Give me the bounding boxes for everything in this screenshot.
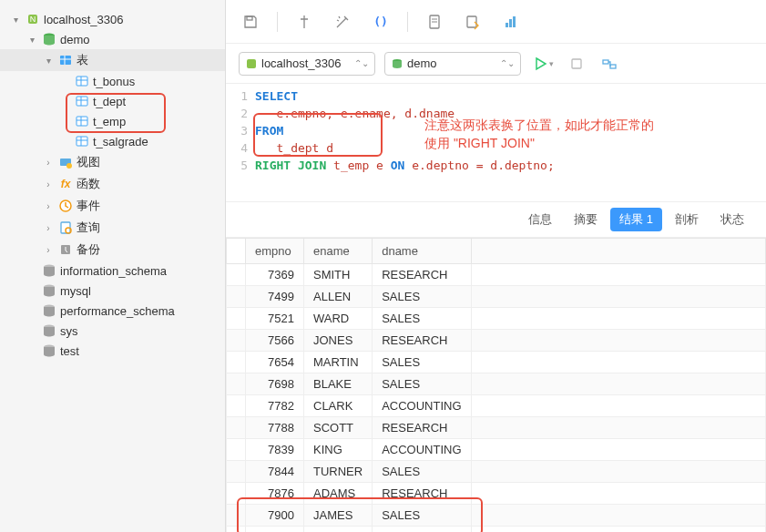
sql-editor[interactable]: 12345 SELECT e.empno, e.ename, d.dname F… <box>226 84 766 202</box>
chevron-right-icon[interactable]: › <box>42 221 55 234</box>
tables-group[interactable]: ▾ 表 <box>0 49 225 71</box>
table-label: t_bonus <box>93 75 135 88</box>
table-row[interactable]: 7654MARTINSALES <box>227 352 766 373</box>
database-node[interactable]: ▸information_schema <box>0 261 225 281</box>
database-icon <box>42 283 56 298</box>
database-node[interactable]: ▸performance_schema <box>0 301 225 321</box>
format-button[interactable] <box>292 10 316 34</box>
document-button[interactable] <box>423 10 446 34</box>
editor-toolbar: () <box>226 0 766 44</box>
result-tab[interactable]: 剖析 <box>666 208 708 231</box>
table-row[interactable]: 7369SMITHRESEARCH <box>227 264 766 286</box>
database-node-demo[interactable]: ▾ demo <box>0 29 225 49</box>
column-header[interactable]: empno <box>246 239 304 264</box>
connection-node[interactable]: ▾ N localhost_3306 <box>0 9 225 29</box>
result-tab[interactable]: 状态 <box>711 208 753 231</box>
table-row[interactable]: 7566JONESRESEARCH <box>227 330 766 352</box>
cell-dname: SALES <box>373 373 471 395</box>
connection-selector[interactable]: localhost_3306 ⌃⌄ <box>239 52 375 76</box>
table-row[interactable]: 7902FORDRESEARCH <box>227 527 766 533</box>
table-node[interactable]: ▸t_emp <box>0 111 225 131</box>
database-node[interactable]: ▸sys <box>0 321 225 341</box>
chevron-down-icon[interactable]: ▾ <box>42 54 55 66</box>
chevron-down-icon[interactable]: ▾ <box>26 33 38 46</box>
stop-button[interactable] <box>565 52 588 76</box>
svg-rect-40 <box>603 60 608 64</box>
database-icon <box>42 32 56 46</box>
svg-rect-9 <box>77 97 87 106</box>
brackets-button[interactable]: () <box>369 10 393 34</box>
tree-group-label: 备份 <box>77 241 100 258</box>
cell-empno: 7876 <box>246 483 304 505</box>
database-icon <box>391 57 403 70</box>
chevron-right-icon[interactable]: › <box>42 156 55 169</box>
table-icon <box>75 74 89 88</box>
database-node[interactable]: ▸test <box>0 341 225 361</box>
result-tab[interactable]: 结果 1 <box>610 208 662 231</box>
database-selector[interactable]: demo ⌃⌄ <box>384 52 521 76</box>
svg-rect-6 <box>77 77 87 86</box>
tree-group-query[interactable]: ›查询 <box>0 217 225 239</box>
table-row[interactable]: 7698BLAKESALES <box>227 373 766 395</box>
table-icon <box>75 114 89 128</box>
export-button[interactable] <box>461 10 485 34</box>
fx-icon: fx <box>58 177 73 191</box>
table-row[interactable]: 7844TURNERSALES <box>227 461 766 483</box>
table-icon <box>75 94 89 108</box>
table-row[interactable]: 7900JAMESSALES <box>227 505 766 527</box>
table-row[interactable]: 7499ALLENSALES <box>227 286 766 308</box>
wand-button[interactable] <box>331 10 354 34</box>
run-button[interactable]: ▾ <box>530 52 556 76</box>
cell-empno: 7698 <box>246 373 304 395</box>
save-button[interactable] <box>239 10 262 34</box>
table-row[interactable]: 7839KINGACCOUNTING <box>227 439 766 461</box>
column-header[interactable]: ename <box>304 239 373 264</box>
table-row[interactable]: 7782CLARKACCOUNTING <box>227 395 766 417</box>
tree-group-event[interactable]: ›事件 <box>0 195 225 217</box>
cell-ename: KING <box>304 439 373 461</box>
cell-ename: SMITH <box>304 264 373 286</box>
chevron-right-icon[interactable]: › <box>42 178 55 190</box>
table-node[interactable]: ▸t_dept <box>0 91 225 111</box>
cell-dname: SALES <box>373 352 471 373</box>
tree-group-backup[interactable]: ›备份 <box>0 239 225 261</box>
tree-group-view[interactable]: ›视图 <box>0 151 225 173</box>
cell-ename: SCOTT <box>304 417 373 439</box>
table-node[interactable]: ▸t_salgrade <box>0 131 225 151</box>
table-row[interactable]: 7788SCOTTRESEARCH <box>227 417 766 439</box>
database-node[interactable]: ▸mysql <box>0 281 225 301</box>
svg-rect-39 <box>572 59 581 68</box>
cell-ename: WARD <box>304 308 373 330</box>
cell-empno: 7839 <box>246 439 304 461</box>
cell-empno: 7369 <box>246 264 304 286</box>
cell-dname: RESEARCH <box>373 264 471 286</box>
result-tab[interactable]: 摘要 <box>565 208 607 231</box>
cell-ename: FORD <box>304 527 373 533</box>
column-header[interactable]: dname <box>373 239 471 264</box>
results-table[interactable]: empno ename dname 7369SMITHRESEARCH7499A… <box>226 238 766 532</box>
cell-dname: SALES <box>373 505 471 527</box>
cell-dname: ACCOUNTING <box>373 439 471 461</box>
result-tab[interactable]: 信息 <box>519 208 561 231</box>
db-label: sys <box>60 324 78 338</box>
cell-empno: 7902 <box>246 527 304 533</box>
cell-ename: JONES <box>304 330 373 352</box>
chevron-right-icon[interactable]: › <box>42 200 55 212</box>
svg-rect-29 <box>247 16 252 20</box>
cell-dname: RESEARCH <box>373 417 471 439</box>
table-row[interactable]: 7521WARDSALES <box>227 308 766 330</box>
database-connection-icon <box>245 57 258 70</box>
table-node[interactable]: ▸t_bonus <box>0 71 225 91</box>
table-row[interactable]: 7876ADAMSRESEARCH <box>227 483 766 505</box>
database-label: demo <box>407 56 495 70</box>
chevron-down-icon[interactable]: ▾ <box>9 13 22 26</box>
chart-button[interactable] <box>499 10 523 34</box>
explain-button[interactable] <box>597 52 621 76</box>
cell-dname: SALES <box>373 461 471 483</box>
cell-empno: 7900 <box>246 505 304 527</box>
sidebar: ▾ N localhost_3306 ▾ demo ▾ 表 ▸t_bonus▸t… <box>0 0 226 532</box>
tree-group-fx[interactable]: ›fx函数 <box>0 173 225 195</box>
chevron-right-icon[interactable]: › <box>42 243 55 256</box>
svg-rect-35 <box>509 19 512 27</box>
dropdown-arrows-icon: ⌃⌄ <box>354 58 369 68</box>
